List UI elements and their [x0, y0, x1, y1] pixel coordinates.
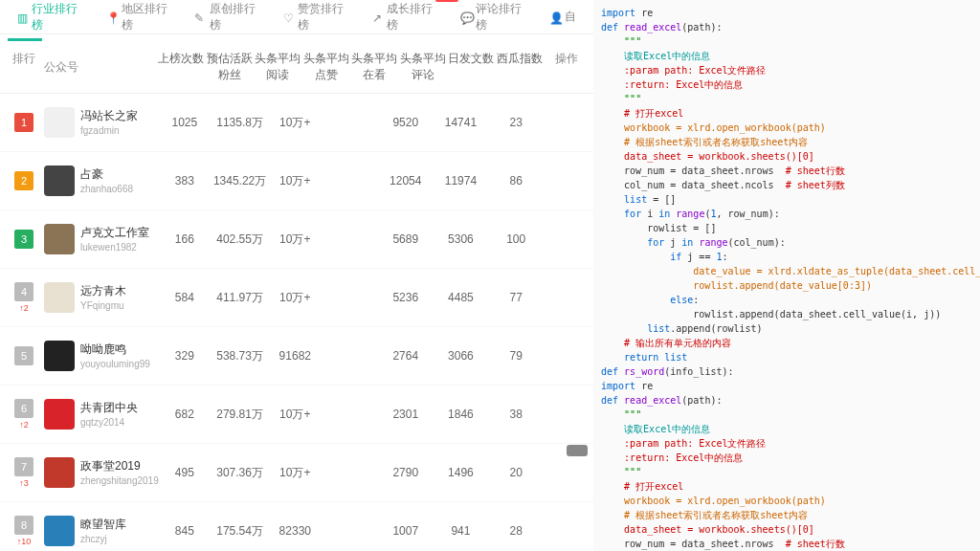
tab-4[interactable]: ↗成长排行榜NEW: [363, 0, 452, 41]
tab-5[interactable]: 💬评论排行榜: [451, 0, 540, 41]
data-cell: 383: [157, 174, 212, 187]
tab-6[interactable]: 👤自: [540, 1, 586, 33]
data-cell: 495: [157, 466, 212, 479]
tab-icon: ▥: [17, 11, 28, 23]
rank-cell: 6↑2: [4, 399, 44, 430]
data-cell: 77: [488, 291, 544, 304]
table-row[interactable]: 2占豪zhanhao6683831345.22万10万+120541197486: [0, 152, 593, 210]
data-cell: 941: [434, 524, 489, 538]
avatar: [44, 165, 75, 196]
table-header: 排行公众号上榜次数预估活跃粉丝头条平均阅读头条平均点赞头条平均在看头条平均评论日…: [0, 41, 593, 94]
data-cell: 10万+: [267, 173, 323, 189]
col-header: 头条平均阅读: [254, 51, 302, 83]
account-cell: 瞭望智库zhczyj: [44, 516, 157, 546]
col-header: 公众号: [44, 51, 157, 83]
data-cell: 5689: [378, 232, 434, 246]
data-cell: 5306: [434, 232, 489, 246]
col-header: 日发文数: [447, 51, 496, 83]
tab-icon: ✎: [194, 11, 205, 23]
data-cell: 279.81万: [212, 407, 268, 423]
col-header: 排行: [4, 51, 44, 83]
table-row[interactable]: 3卢克文工作室lukewen1982166402.55万10万+56895306…: [0, 210, 593, 269]
data-cell: 411.97万: [212, 290, 268, 306]
code-editor[interactable]: import redef read_excel(path): """ 读取Exc…: [593, 0, 980, 551]
data-cell: 10万+: [267, 407, 323, 423]
tab-icon: ↗: [372, 11, 383, 23]
data-cell: 14741: [434, 116, 489, 129]
account-cell: 共青团中央gqtzy2014: [44, 399, 157, 430]
tab-0[interactable]: ▥行业排行榜: [8, 0, 97, 41]
rank-cell: 1: [4, 113, 44, 132]
avatar: [44, 282, 75, 313]
table-row[interactable]: 7↑3政事堂2019zhengshitang2019495307.36万10万+…: [0, 444, 593, 502]
data-cell: 1135.8万: [212, 115, 268, 131]
data-cell: 307.36万: [212, 465, 268, 481]
data-cell: 10万+: [267, 231, 323, 248]
avatar: [44, 399, 75, 430]
data-cell: 1846: [434, 408, 489, 421]
rank-cell: 2: [4, 171, 44, 190]
data-cell: 1345.22万: [212, 173, 268, 189]
data-cell: 1496: [434, 466, 489, 479]
col-header: 头条平均点赞: [302, 51, 351, 83]
data-cell: 9520: [378, 116, 434, 129]
data-cell: 10万+: [267, 290, 323, 306]
avatar: [44, 224, 75, 254]
data-cell: 538.73万: [212, 348, 268, 364]
col-header: 头条平均在看: [350, 51, 399, 83]
rank-cell: 7↑3: [4, 457, 44, 488]
data-cell: 91682: [267, 349, 323, 363]
tab-3[interactable]: ♡赞赏排行榜: [274, 0, 363, 41]
account-cell: 卢克文工作室lukewen1982: [44, 224, 157, 254]
tab-icon: 💬: [460, 11, 472, 23]
avatar: [44, 457, 75, 488]
avatar: [44, 341, 75, 371]
data-cell: 10万+: [267, 465, 323, 481]
data-cell: 38: [488, 408, 544, 421]
data-cell: 10万+: [267, 115, 323, 131]
tab-icon: 👤: [549, 11, 561, 23]
data-cell: 82330: [267, 524, 323, 538]
table-row[interactable]: 5呦呦鹿鸣youyouluming99329538.73万91682276430…: [0, 327, 593, 386]
table-body: 1冯站长之家fgzadmin10251135.8万10万+95201474123…: [0, 94, 593, 551]
rank-cell: 8↑10: [4, 516, 44, 546]
data-cell: 23: [488, 116, 544, 129]
data-cell: 79: [488, 349, 544, 363]
ranking-tabs: ▥行业排行榜📍地区排行榜✎原创排行榜♡赞赏排行榜↗成长排行榜NEW💬评论排行榜👤…: [0, 0, 593, 34]
account-cell: 冯站长之家fgzadmin: [44, 107, 157, 138]
col-header: 操作: [544, 51, 590, 83]
table-row[interactable]: 6↑2共青团中央gqtzy2014682279.81万10万+230118463…: [0, 386, 593, 444]
col-header: 西瓜指数: [496, 51, 545, 83]
tab-2[interactable]: ✎原创排行榜: [185, 0, 274, 41]
table-row[interactable]: 8↑10瞭望智库zhczyj845175.54万82330100794128: [0, 502, 593, 551]
data-cell: 3066: [434, 349, 489, 363]
data-cell: 845: [157, 524, 212, 538]
data-cell: 175.54万: [212, 523, 268, 540]
rank-cell: 5: [4, 346, 44, 365]
avatar: [44, 516, 75, 546]
data-cell: 100: [488, 232, 544, 246]
rank-cell: 3: [4, 230, 44, 249]
data-cell: 682: [157, 408, 212, 421]
tab-1[interactable]: 📍地区排行榜: [97, 0, 186, 41]
data-cell: 86: [488, 174, 544, 187]
account-cell: 呦呦鹿鸣youyouluming99: [44, 341, 157, 371]
account-cell: 政事堂2019zhengshitang2019: [44, 457, 157, 488]
tab-icon: 📍: [106, 11, 118, 23]
table-row[interactable]: 4↑2远方青木YFqingmu584411.97万10万+5236448577: [0, 269, 593, 327]
col-header: 预估活跃粉丝: [206, 51, 255, 83]
data-cell: 5236: [378, 291, 434, 304]
table-row[interactable]: 1冯站长之家fgzadmin10251135.8万10万+95201474123: [0, 94, 593, 152]
data-cell: 28: [488, 524, 544, 538]
data-cell: 1007: [378, 524, 434, 538]
data-cell: 329: [157, 349, 212, 363]
data-cell: 2790: [378, 466, 434, 479]
tab-icon: ♡: [283, 11, 294, 23]
rank-cell: 4↑2: [4, 282, 44, 313]
data-cell: 166: [157, 232, 212, 246]
back-to-top-button[interactable]: 返回顶部: [567, 445, 588, 456]
data-cell: 2301: [378, 408, 434, 421]
data-cell: 1025: [157, 116, 212, 129]
data-cell: 2764: [378, 349, 434, 363]
account-cell: 远方青木YFqingmu: [44, 282, 157, 313]
